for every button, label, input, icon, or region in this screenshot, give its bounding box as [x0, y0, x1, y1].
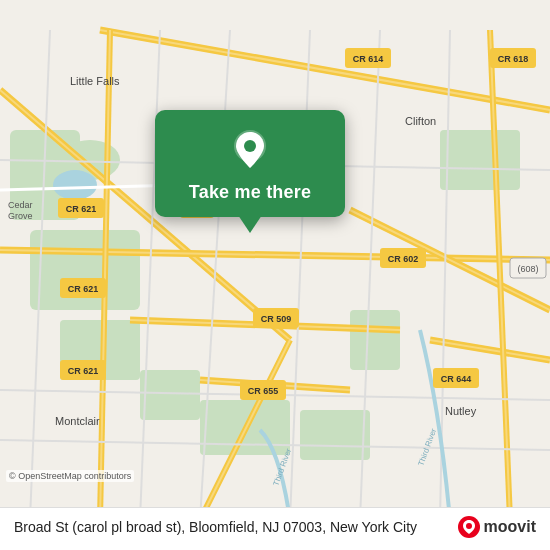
osm-attribution: © OpenStreetMap contributors: [6, 470, 134, 482]
svg-text:CR 644: CR 644: [441, 374, 472, 384]
svg-text:CR 618: CR 618: [498, 54, 529, 64]
map-background: CR 621 CR 621 CR 621 CR 614 CR 618 CR 60…: [0, 0, 550, 550]
svg-text:CR 614: CR 614: [353, 54, 384, 64]
svg-text:CR 509: CR 509: [261, 314, 292, 324]
svg-text:CR 621: CR 621: [68, 284, 99, 294]
svg-line-13: [100, 30, 550, 110]
address-text: Broad St (carol pl broad st), Bloomfield…: [14, 519, 417, 535]
svg-text:(608): (608): [517, 264, 538, 274]
svg-point-9: [53, 170, 97, 200]
svg-text:Cedar: Cedar: [8, 200, 33, 210]
svg-rect-6: [440, 130, 520, 190]
svg-rect-5: [350, 310, 400, 370]
svg-text:CR 621: CR 621: [66, 204, 97, 214]
popup-label: Take me there: [189, 182, 311, 203]
map-popup[interactable]: Take me there: [155, 110, 345, 217]
moovit-logo-icon: [458, 516, 480, 538]
moovit-logo: moovit: [458, 516, 536, 538]
map-svg: CR 621 CR 621 CR 621 CR 614 CR 618 CR 60…: [0, 0, 550, 550]
bottom-bar: Broad St (carol pl broad st), Bloomfield…: [0, 507, 550, 550]
svg-text:Clifton: Clifton: [405, 115, 436, 127]
svg-text:CR 655: CR 655: [248, 386, 279, 396]
svg-text:Grove: Grove: [8, 211, 33, 221]
moovit-brand-text: moovit: [484, 518, 536, 536]
svg-text:Montclair: Montclair: [55, 415, 100, 427]
svg-point-73: [466, 523, 472, 529]
svg-text:Little Falls: Little Falls: [70, 75, 120, 87]
svg-rect-4: [300, 410, 370, 460]
svg-rect-2: [140, 370, 200, 420]
svg-point-71: [244, 140, 256, 152]
svg-text:CR 602: CR 602: [388, 254, 419, 264]
location-pin-icon: [228, 128, 272, 172]
svg-text:CR 621: CR 621: [68, 366, 99, 376]
map-container: CR 621 CR 621 CR 621 CR 614 CR 618 CR 60…: [0, 0, 550, 550]
svg-line-23: [430, 340, 550, 360]
svg-text:Nutley: Nutley: [445, 405, 477, 417]
svg-line-31: [140, 30, 160, 520]
